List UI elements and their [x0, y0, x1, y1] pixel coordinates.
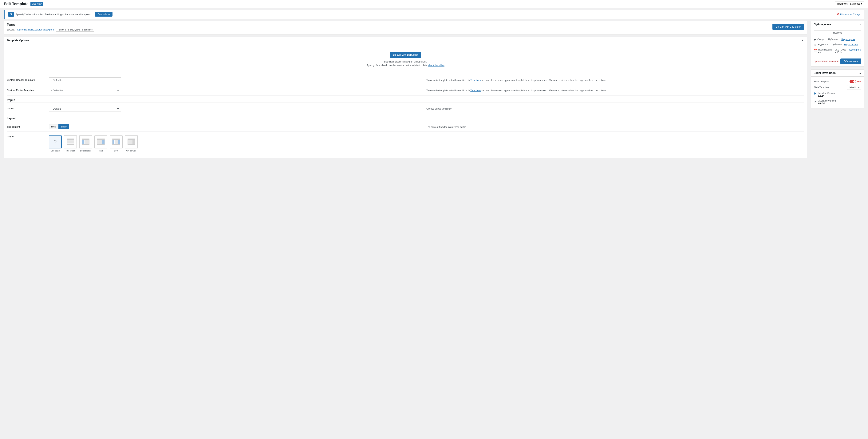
visibility-edit-link[interactable]: Редактиране — [844, 43, 858, 46]
published-edit-link[interactable]: Редактиране — [848, 49, 861, 51]
custom-footer-label: Custom Footer Template — [7, 88, 49, 92]
custom-footer-control: – Default – — [49, 88, 426, 93]
dismiss-link[interactable]: ✕ Dismiss for 7 days — [836, 12, 860, 16]
layout-option-right[interactable]: Right — [94, 136, 107, 152]
custom-header-desc: To overwrite template set with condition… — [426, 77, 804, 82]
layout-left-sidebar-svg — [82, 138, 90, 146]
svg-rect-21 — [128, 139, 135, 140]
slider-rev-body: Blank Template OFF Slide Template defaul… — [811, 77, 864, 108]
collapse-icon: ▲ — [801, 39, 804, 42]
layout-icon-left-sidebar — [79, 136, 92, 148]
visibility-icon: 👁 — [814, 43, 816, 47]
content-toggle-control: Hide Show — [49, 124, 426, 129]
popup-label: Popup — [7, 106, 49, 110]
content-show-button[interactable]: Show — [58, 124, 69, 129]
layout-option-use-page[interactable]: ? Use page — [49, 136, 62, 152]
layout-option-full-width[interactable]: Full width — [64, 136, 77, 152]
svg-rect-11 — [97, 144, 104, 145]
publish-box: Публикуване ▲ Преглед ⚑ Статус: Публична… — [811, 21, 864, 66]
svg-rect-6 — [82, 144, 89, 145]
bebuilder-desc-text: If you go for a classic look but want an… — [366, 64, 428, 67]
layout-full-width-label: Full width — [66, 150, 75, 152]
published-row: 📅 Публикувано на: 06.07.2023 в 10:44 Ред… — [814, 48, 861, 55]
svg-rect-1 — [67, 139, 74, 140]
publish-box-title: Публикуване — [814, 23, 831, 26]
visibility-value: Публична — [832, 43, 842, 46]
slider-rev-header[interactable]: Slider Revolution ▲ — [811, 69, 864, 77]
layout-options-group: ? Use page — [49, 134, 423, 152]
content-label: The content — [7, 124, 49, 128]
slide-template-select[interactable]: default — [847, 85, 861, 90]
custom-header-control: – Default – — [49, 77, 426, 83]
move-trash-link[interactable]: Преместване в кошчето — [814, 60, 839, 62]
add-new-button[interactable]: Add New — [30, 2, 43, 6]
edit-bebuilder-center-button[interactable]: Be Edit with BeBuilder — [390, 52, 421, 58]
layout-option-left-sidebar[interactable]: Left sidebar — [79, 136, 92, 152]
layout-row: Layout ? Use page — [7, 131, 804, 154]
visibility-row: 👁 Видимост: Публична Редактиране — [814, 42, 861, 48]
post-title-section: Parts Връзка: https://difix.lablife.bg/?… — [4, 21, 807, 35]
visibility-label: Видимост: — [817, 43, 829, 46]
layout-icon-use-page: ? — [49, 136, 62, 148]
settings-dropdown-button[interactable]: Настройки на изгледа ▾ — [835, 2, 864, 6]
status-edit-link[interactable]: Редактиране — [841, 38, 855, 41]
blank-template-switch-knob — [854, 80, 856, 83]
top-bar-left: Edit Template Add New — [4, 2, 43, 6]
template-options-box: Template Options ▲ Be Edit with BeBuilde… — [4, 36, 807, 158]
installed-version-number: 6.6.14 — [818, 94, 835, 97]
popup-row: Popup – Default – Choose popup to displa… — [7, 104, 804, 114]
svg-rect-22 — [128, 144, 135, 145]
layout-off-canvas-label: Off-canvas — [126, 150, 136, 152]
content-area: Parts Връзка: https://difix.lablife.bg/?… — [4, 21, 807, 161]
publish-box-header[interactable]: Публикуване ▲ — [811, 21, 864, 28]
edit-bebuilder-top-button[interactable]: Be Edit with BeBuilder — [772, 24, 804, 30]
status-icon: ⚑ — [814, 38, 816, 41]
custom-header-select[interactable]: – Default – — [49, 77, 121, 83]
blank-template-switch-track[interactable] — [849, 80, 857, 83]
custom-header-row: Custom Header Template – Default – To ov… — [7, 75, 804, 85]
update-button[interactable]: Обновяване — [840, 58, 861, 64]
bebuilder-desc-line2: If you go for a classic look but want an… — [366, 64, 444, 67]
custom-footer-templates-link[interactable]: Templates — [470, 89, 481, 92]
flag-icon: ⚑ — [814, 92, 816, 95]
layout-option-off-canvas[interactable]: Off-canvas — [125, 136, 138, 152]
notification-left: S SpeedyCache is installed. Enable cachi… — [8, 11, 113, 17]
blank-template-toggle[interactable]: OFF — [849, 80, 861, 83]
layout-icon-both — [110, 136, 123, 148]
slider-rev-collapse-icon: ▲ — [859, 71, 861, 75]
sidebar-panel: Публикуване ▲ Преглед ⚑ Статус: Публична… — [811, 21, 864, 161]
slider-rev-title: Slider Revolution — [814, 71, 836, 75]
status-label: Статус: — [817, 38, 825, 41]
slider-revolution-box: Slider Revolution ▲ Blank Template OFF S… — [811, 69, 864, 109]
custom-footer-select[interactable]: – Default – — [49, 88, 121, 93]
custom-header-label: Custom Header Template — [7, 77, 49, 81]
layout-left-sidebar-label: Left sidebar — [80, 150, 91, 152]
change-permalink-button[interactable]: Промяна на струкурата на връзките — [56, 28, 94, 32]
edit-bebuilder-top: Be Edit with BeBuilder — [772, 24, 804, 30]
content-row: The content Hide Show The content from t… — [7, 122, 804, 131]
template-options-body: Be Edit with BeBuilder BeBuilder Blocks … — [4, 44, 807, 158]
preview-button[interactable]: Преглед — [814, 30, 861, 35]
layout-use-page-icon: ? — [54, 139, 57, 145]
edit-bebuilder-top-label: Edit with BeBuilder — [780, 25, 801, 28]
blank-template-status: OFF — [857, 80, 861, 83]
publish-box-body: Преглед ⚑ Статус: Публична Редактиране 👁… — [811, 28, 864, 66]
installed-version-label: Installed Version — [818, 92, 835, 94]
be-icon-top: Be — [776, 26, 779, 28]
svg-rect-12 — [97, 140, 102, 144]
permalink-url[interactable]: https://difix.lablife.bg/?template=parts — [17, 28, 54, 31]
bebuilder-desc-line1: BeBuilder Blocks is now part of BeBuilde… — [366, 60, 444, 64]
content-toggle-group: Hide Show — [49, 124, 423, 129]
layout-option-both[interactable]: Both — [110, 136, 123, 152]
publish-collapse-icon: ▲ — [859, 23, 861, 26]
content-hide-button[interactable]: Hide — [49, 124, 58, 129]
notification-bar: S SpeedyCache is installed. Enable cachi… — [4, 10, 864, 19]
svg-rect-3 — [67, 140, 74, 144]
page-title: Edit Template — [4, 2, 29, 6]
published-label: Публикувано на: — [818, 49, 832, 54]
popup-select[interactable]: – Default – — [49, 106, 121, 112]
bebuilder-check-video-link[interactable]: check this video — [428, 64, 444, 67]
custom-header-templates-link[interactable]: Templates — [470, 79, 481, 82]
enable-now-button[interactable]: Enable Now — [95, 12, 113, 17]
template-options-header[interactable]: Template Options ▲ — [4, 37, 807, 44]
